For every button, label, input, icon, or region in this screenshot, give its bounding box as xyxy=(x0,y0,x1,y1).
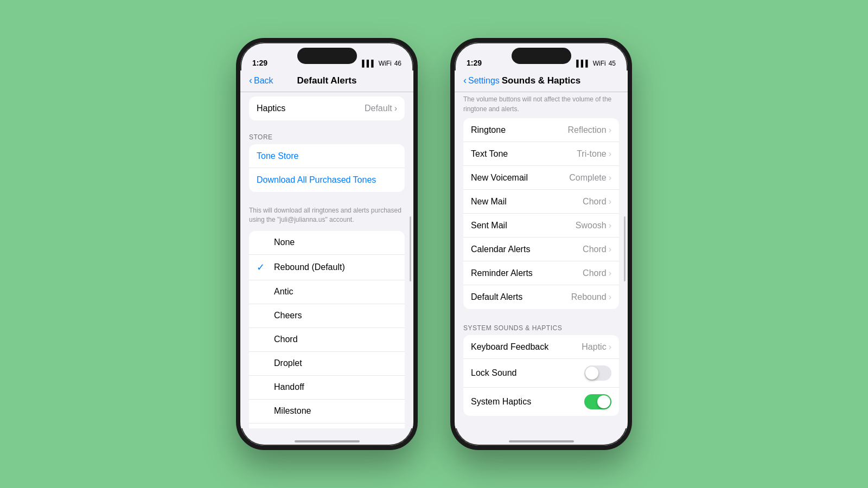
tone-chord-name: Chord xyxy=(274,335,298,344)
default-alerts-chevron: › xyxy=(609,292,611,302)
tone-list-group: None ✓ Rebound (Default) Antic Cheers Ch… xyxy=(249,231,405,428)
back-button-left[interactable]: ‹ Back xyxy=(249,75,273,86)
download-label: Download All Purchased Tones xyxy=(257,175,376,185)
tone-note[interactable]: Note xyxy=(249,423,405,428)
tone-antic[interactable]: Antic xyxy=(249,280,405,304)
lock-sound-label: Lock Sound xyxy=(471,368,517,378)
haptics-value: Default › xyxy=(365,104,397,113)
keyboard-feedback-chevron: › xyxy=(609,342,611,352)
system-sounds-header: SYSTEM SOUNDS & HAPTICS xyxy=(455,320,628,335)
left-phone: 1:29 ▌▌▌ WiFi 46 ‹ Back Default Alerts H… xyxy=(236,38,418,450)
tone-none[interactable]: None xyxy=(249,231,405,255)
signal-icon: ▌▌▌ xyxy=(362,60,376,67)
system-haptics-desc: Play haptics for system controls and int… xyxy=(455,427,628,428)
dynamic-island-right xyxy=(512,48,571,64)
scroll-hint-left xyxy=(410,216,411,281)
new-mail-label: New Mail xyxy=(471,197,507,207)
text-tone-item[interactable]: Text Tone Tri-tone › xyxy=(463,142,619,166)
right-phone: 1:29 ▌▌▌ WiFi 45 ‹ Settings Sounds & Hap… xyxy=(450,38,632,450)
new-mail-value-text: Chord xyxy=(583,197,607,207)
battery-icon-right: 45 xyxy=(609,60,616,67)
new-voicemail-chevron: › xyxy=(609,173,611,183)
ringtone-value-text: Reflection xyxy=(568,125,607,135)
text-tone-value-text: Tri-tone xyxy=(577,149,607,159)
back-button-right[interactable]: ‹ Settings xyxy=(463,75,500,86)
download-desc: This will download all ringtones and ale… xyxy=(240,203,413,231)
new-mail-value: Chord › xyxy=(583,197,611,207)
tone-store-item[interactable]: Tone Store xyxy=(249,144,405,168)
default-alerts-label: Default Alerts xyxy=(471,292,522,302)
default-alerts-value: Rebound › xyxy=(571,292,611,302)
text-tone-label: Text Tone xyxy=(471,149,508,159)
tone-droplet-name: Droplet xyxy=(274,358,302,368)
ringtone-chevron: › xyxy=(609,125,611,135)
scroll-hint-right xyxy=(624,216,626,281)
back-label-left: Back xyxy=(254,76,273,86)
right-list-content[interactable]: The volume buttons will not affect the v… xyxy=(455,92,628,428)
reminder-alerts-value: Chord › xyxy=(583,268,611,278)
calendar-alerts-value: Chord › xyxy=(583,245,611,254)
battery-icon: 46 xyxy=(394,60,401,67)
wifi-icon: WiFi xyxy=(379,60,392,67)
status-icons-right: ▌▌▌ WiFi 45 xyxy=(576,60,616,67)
right-nav-bar: ‹ Settings Sounds & Haptics xyxy=(455,70,628,92)
system-haptics-item[interactable]: System Haptics xyxy=(463,388,619,416)
lock-sound-toggle[interactable] xyxy=(584,365,611,381)
home-indicator-left xyxy=(295,440,360,442)
sent-mail-chevron: › xyxy=(609,221,611,230)
default-alerts-item[interactable]: Default Alerts Rebound › xyxy=(463,285,619,309)
new-voicemail-value-text: Complete xyxy=(569,173,606,183)
reminder-alerts-label: Reminder Alerts xyxy=(471,268,533,278)
text-tone-chevron: › xyxy=(609,149,611,159)
sent-mail-value: Swoosh › xyxy=(576,221,611,230)
reminder-alerts-chevron: › xyxy=(609,268,611,278)
haptics-value-text: Default xyxy=(365,104,392,113)
new-voicemail-label: New Voicemail xyxy=(471,173,528,183)
new-mail-chevron: › xyxy=(609,197,611,207)
left-list-content[interactable]: Haptics Default › STORE Tone Store Downl… xyxy=(240,92,413,428)
new-mail-item[interactable]: New Mail Chord › xyxy=(463,190,619,214)
system-haptics-toggle[interactable] xyxy=(584,394,611,409)
store-group: Tone Store Download All Purchased Tones xyxy=(249,144,405,192)
volume-note: The volume buttons will not affect the v… xyxy=(455,92,628,118)
sent-mail-item[interactable]: Sent Mail Swoosh › xyxy=(463,214,619,237)
left-nav-bar: ‹ Back Default Alerts xyxy=(240,70,413,92)
tone-milestone[interactable]: Milestone xyxy=(249,400,405,423)
calendar-alerts-value-text: Chord xyxy=(583,245,607,254)
tone-chord[interactable]: Chord xyxy=(249,328,405,352)
tone-rebound-name: Rebound (Default) xyxy=(274,262,345,272)
keyboard-feedback-label: Keyboard Feedback xyxy=(471,342,548,352)
haptics-row[interactable]: Haptics Default › xyxy=(249,97,405,120)
system-haptics-label: System Haptics xyxy=(471,397,531,407)
signal-icon-right: ▌▌▌ xyxy=(576,60,590,67)
tone-rebound-check: ✓ xyxy=(257,261,267,273)
time-left: 1:29 xyxy=(252,59,267,67)
store-header: STORE xyxy=(240,125,413,144)
status-icons-left: ▌▌▌ WiFi 46 xyxy=(362,60,401,67)
tone-droplet[interactable]: Droplet xyxy=(249,352,405,376)
system-sounds-group: Keyboard Feedback Haptic › Lock Sound Sy… xyxy=(463,335,619,416)
home-indicator-right xyxy=(509,440,574,442)
tone-cheers[interactable]: Cheers xyxy=(249,304,405,328)
nav-title-right: Sounds & Haptics xyxy=(502,75,580,86)
reminder-alerts-item[interactable]: Reminder Alerts Chord › xyxy=(463,261,619,285)
ringtone-item[interactable]: Ringtone Reflection › xyxy=(463,118,619,142)
tone-milestone-name: Milestone xyxy=(274,406,311,416)
lock-sound-item[interactable]: Lock Sound xyxy=(463,359,619,388)
time-right: 1:29 xyxy=(467,59,482,67)
tone-handoff[interactable]: Handoff xyxy=(249,376,405,400)
new-voicemail-value: Complete › xyxy=(569,173,611,183)
tone-rebound[interactable]: ✓ Rebound (Default) xyxy=(249,255,405,280)
tone-antic-name: Antic xyxy=(274,287,293,297)
back-chevron-right: ‹ xyxy=(463,75,467,86)
new-voicemail-item[interactable]: New Voicemail Complete › xyxy=(463,166,619,190)
download-tones-item[interactable]: Download All Purchased Tones xyxy=(249,168,405,192)
haptics-chevron: › xyxy=(394,104,397,113)
tone-handoff-name: Handoff xyxy=(274,382,304,392)
keyboard-feedback-item[interactable]: Keyboard Feedback Haptic › xyxy=(463,335,619,359)
calendar-alerts-chevron: › xyxy=(609,245,611,254)
left-screen-content: ‹ Back Default Alerts Haptics Default › … xyxy=(240,70,413,435)
reminder-alerts-value-text: Chord xyxy=(583,268,607,278)
haptics-label: Haptics xyxy=(257,104,285,113)
calendar-alerts-item[interactable]: Calendar Alerts Chord › xyxy=(463,237,619,261)
